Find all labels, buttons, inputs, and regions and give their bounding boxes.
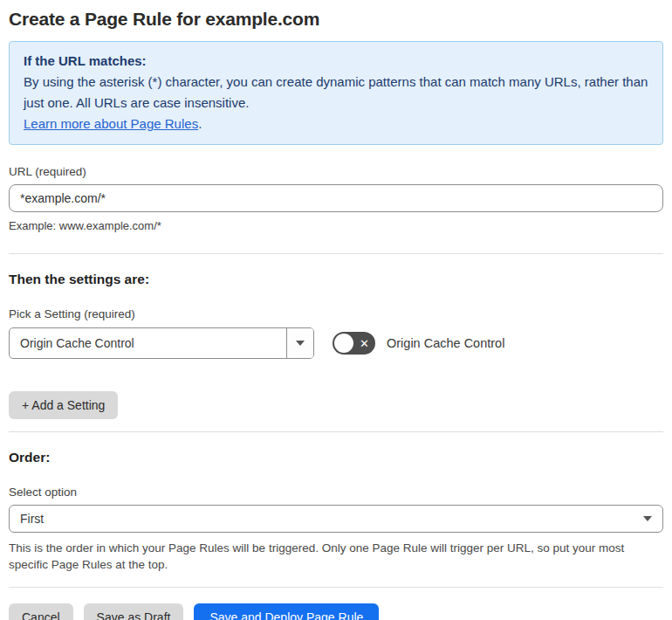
toggle-knob (334, 334, 353, 353)
url-field-label: URL (required) (9, 165, 663, 178)
divider (9, 431, 663, 432)
chevron-down-icon (296, 341, 305, 346)
cancel-button[interactable]: Cancel (9, 603, 73, 620)
save-and-deploy-button[interactable]: Save and Deploy Page Rule (194, 603, 379, 620)
info-box-body: By using the asterisk (*) character, you… (24, 72, 648, 114)
url-example-text: Example: www.example.com/* (9, 219, 663, 232)
info-box-heading: If the URL matches: (24, 51, 648, 72)
pick-setting-label: Pick a Setting (required) (9, 307, 663, 320)
link-period: . (198, 116, 202, 131)
setting-select-arrow-button[interactable] (286, 328, 313, 358)
save-as-draft-button[interactable]: Save as Draft (84, 603, 184, 620)
origin-cache-control-toggle[interactable]: ✕ (333, 332, 375, 355)
setting-row: Origin Cache Control ✕ Origin Cache Cont… (9, 327, 663, 359)
page-title: Create a Page Rule for example.com (9, 9, 663, 30)
info-box-link-line: Learn more about Page Rules. (24, 114, 648, 134)
order-help-text: This is the order in which your Page Rul… (9, 540, 662, 573)
order-select-value: First (20, 512, 643, 526)
divider (9, 587, 663, 588)
learn-more-link[interactable]: Learn more about Page Rules (24, 116, 198, 131)
toggle-label: Origin Cache Control (387, 336, 504, 350)
toggle-off-x-icon: ✕ (360, 338, 369, 349)
url-match-info-box: If the URL matches: By using the asteris… (9, 41, 663, 145)
order-section-heading: Order: (9, 450, 663, 465)
divider (9, 253, 663, 254)
add-setting-button[interactable]: + Add a Setting (9, 391, 118, 419)
setting-select[interactable]: Origin Cache Control (9, 327, 314, 359)
chevron-down-icon (643, 516, 652, 521)
order-select[interactable]: First (9, 505, 663, 533)
footer-actions: Cancel Save as Draft Save and Deploy Pag… (9, 603, 663, 620)
order-select-label: Select option (9, 486, 663, 499)
setting-select-value: Origin Cache Control (10, 328, 286, 358)
settings-section-heading: Then the settings are: (9, 272, 663, 287)
url-input[interactable] (9, 184, 663, 212)
